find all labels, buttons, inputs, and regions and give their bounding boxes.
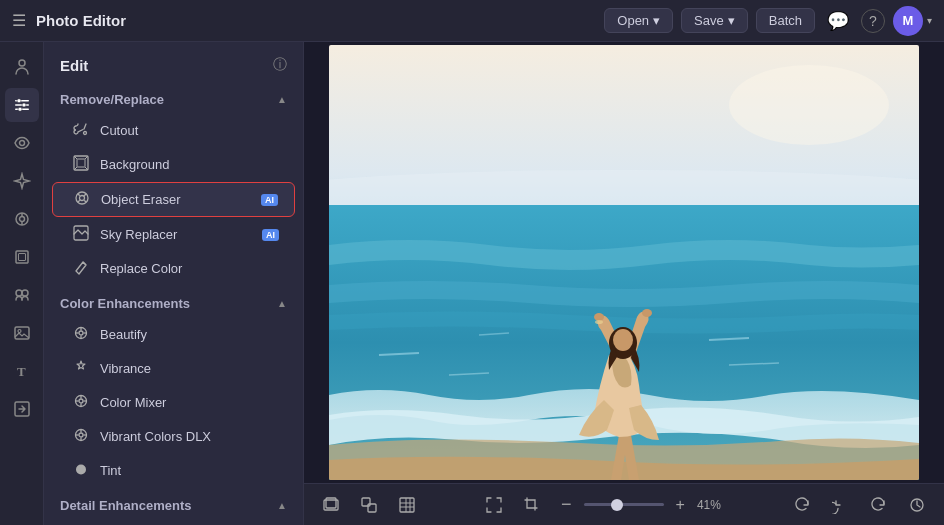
toolbar-right <box>788 492 932 518</box>
save-button[interactable]: Save ▾ <box>681 8 748 33</box>
avatar[interactable]: M <box>893 6 923 36</box>
sidebar-item-object-eraser[interactable]: Object Eraser AI <box>52 182 295 217</box>
section-remove-replace-header[interactable]: Remove/Replace ▲ <box>44 82 303 113</box>
tool-sliders[interactable] <box>5 88 39 122</box>
svg-point-64 <box>595 320 603 324</box>
svg-point-63 <box>613 329 633 351</box>
app-title: Photo Editor <box>36 12 604 29</box>
svg-point-36 <box>79 331 83 335</box>
tool-image[interactable] <box>5 316 39 350</box>
toolbar-center: − + 41% <box>479 490 731 519</box>
tool-layers[interactable] <box>5 240 39 274</box>
svg-point-53 <box>76 465 86 475</box>
help-icon[interactable]: ? <box>861 9 885 33</box>
toolbar-left <box>316 492 422 518</box>
section-remove-replace-label: Remove/Replace <box>60 92 164 107</box>
undo-button[interactable] <box>826 492 856 518</box>
svg-rect-12 <box>16 251 28 263</box>
vibrant-colors-dlx-label: Vibrant Colors DLX <box>100 429 279 444</box>
crop-button[interactable] <box>517 492 547 518</box>
zoom-controls: − + 41% <box>555 490 731 519</box>
svg-point-27 <box>76 192 88 204</box>
grid-tool-button[interactable] <box>392 492 422 518</box>
sidebar-item-replace-color[interactable]: Replace Color <box>52 252 295 285</box>
tint-label: Tint <box>100 463 279 478</box>
sidebar: Edit ⓘ Remove/Replace ▲ Cutout <box>44 42 304 525</box>
cutout-label: Cutout <box>100 123 279 138</box>
beautify-icon <box>72 325 90 344</box>
svg-point-9 <box>19 217 24 222</box>
batch-button[interactable]: Batch <box>756 8 815 33</box>
sidebar-item-sky-replacer[interactable]: Sky Replacer AI <box>52 218 295 251</box>
sky-replacer-label: Sky Replacer <box>100 227 252 242</box>
sidebar-item-tint[interactable]: Tint <box>52 454 295 487</box>
object-eraser-icon <box>73 190 91 209</box>
zoom-slider[interactable] <box>584 503 664 506</box>
svg-point-0 <box>19 60 25 66</box>
replace-color-label: Replace Color <box>100 261 279 276</box>
canvas-area: − + 41% <box>304 42 944 525</box>
tool-group[interactable] <box>5 278 39 312</box>
beautify-label: Beautify <box>100 327 279 342</box>
svg-point-5 <box>22 103 26 107</box>
zoom-out-button[interactable]: − <box>555 490 578 519</box>
svg-rect-75 <box>400 498 414 512</box>
overlay-tool-button[interactable] <box>354 492 384 518</box>
sidebar-item-color-mixer[interactable]: Color Mixer <box>52 386 295 419</box>
svg-point-70 <box>729 65 889 145</box>
svg-point-48 <box>79 433 83 437</box>
sidebar-item-vibrance[interactable]: Vibrance <box>52 352 295 385</box>
open-chevron-icon: ▾ <box>653 13 660 28</box>
info-icon[interactable]: ⓘ <box>273 56 287 74</box>
svg-point-60 <box>594 313 604 321</box>
svg-point-42 <box>79 399 83 403</box>
zoom-in-button[interactable]: + <box>670 492 691 518</box>
background-label: Background <box>100 157 279 172</box>
open-button[interactable]: Open ▾ <box>604 8 673 33</box>
svg-rect-74 <box>368 504 376 512</box>
svg-line-32 <box>84 200 86 202</box>
layers-tool-button[interactable] <box>316 492 346 518</box>
svg-point-28 <box>80 196 85 201</box>
svg-point-6 <box>18 107 22 111</box>
main: T Edit ⓘ Remove/Replace ▲ <box>0 42 944 525</box>
chat-icon[interactable]: 💬 <box>823 6 853 36</box>
svg-line-31 <box>78 200 80 202</box>
tool-sparkle[interactable] <box>5 164 39 198</box>
menu-icon[interactable]: ☰ <box>12 11 26 30</box>
section-detail-enhancements-label: Detail Enhancements <box>60 498 192 513</box>
tool-text[interactable]: T <box>5 354 39 388</box>
section-detail-enhancements-header[interactable]: Detail Enhancements ▲ <box>44 488 303 519</box>
tool-eye[interactable] <box>5 126 39 160</box>
section-detail-enhancements-chevron: ▲ <box>277 500 287 511</box>
section-color-enhancements-label: Color Enhancements <box>60 296 190 311</box>
canvas-container[interactable] <box>304 42 944 483</box>
sidebar-item-clarity[interactable]: Clarity <box>52 520 295 525</box>
sidebar-header: Edit ⓘ <box>44 42 303 82</box>
tool-person[interactable] <box>5 50 39 84</box>
sidebar-title: Edit <box>60 57 88 74</box>
photo-canvas[interactable] <box>329 45 919 480</box>
fit-button[interactable] <box>479 492 509 518</box>
section-remove-replace-chevron: ▲ <box>277 94 287 105</box>
sidebar-item-vibrant-colors-dlx[interactable]: Vibrant Colors DLX <box>52 420 295 453</box>
history-button[interactable] <box>902 492 932 518</box>
user-avatar-wrap[interactable]: M ▾ <box>893 6 932 36</box>
sidebar-item-cutout[interactable]: Cutout <box>52 114 295 147</box>
replace-color-icon <box>72 259 90 278</box>
svg-rect-16 <box>15 327 29 339</box>
svg-point-61 <box>642 309 652 317</box>
redo-button[interactable] <box>864 492 894 518</box>
color-mixer-label: Color Mixer <box>100 395 279 410</box>
save-chevron-icon: ▾ <box>728 13 735 28</box>
sidebar-item-background[interactable]: Background <box>52 148 295 181</box>
topbar: ☰ Photo Editor Open ▾ Save ▾ Batch 💬 ? M… <box>0 0 944 42</box>
vibrance-label: Vibrance <box>100 361 279 376</box>
svg-text:T: T <box>17 364 26 379</box>
tool-effects[interactable] <box>5 202 39 236</box>
tool-export[interactable] <box>5 392 39 426</box>
tint-icon <box>72 461 90 480</box>
section-color-enhancements-header[interactable]: Color Enhancements ▲ <box>44 286 303 317</box>
sidebar-item-beautify[interactable]: Beautify <box>52 318 295 351</box>
rotate-right-button[interactable] <box>788 492 818 518</box>
